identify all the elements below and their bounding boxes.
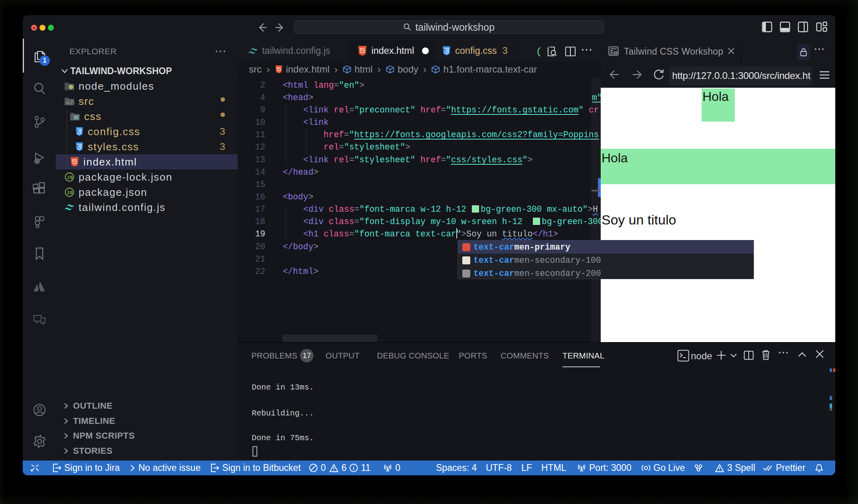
svg-text:JS: JS [67, 190, 74, 195]
svg-text:JS: JS [67, 175, 74, 180]
svg-text:</>: </> [67, 100, 75, 106]
